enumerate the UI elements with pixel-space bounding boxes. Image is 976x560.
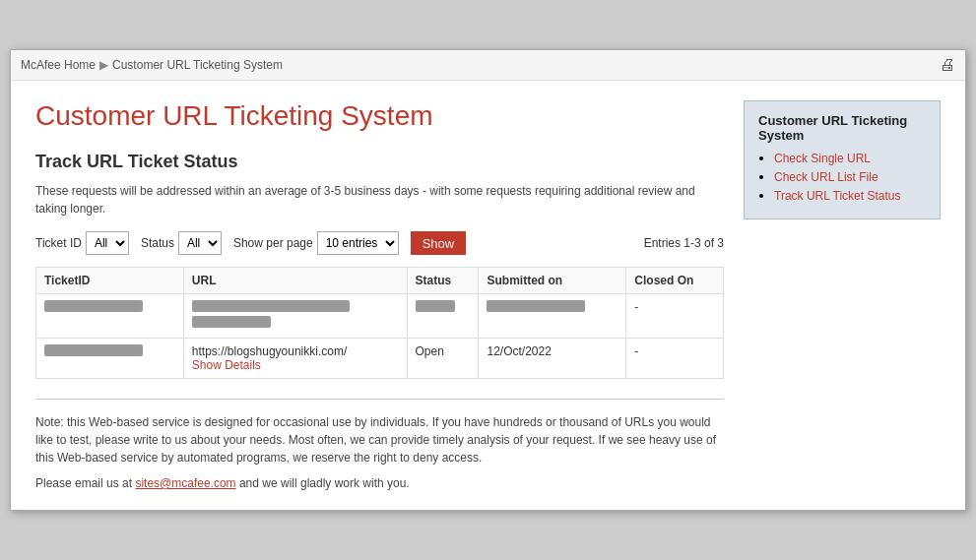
table-row: - [36,294,724,339]
note-text: Note: this Web-based service is designed… [35,413,724,467]
home-link[interactable]: McAfee Home [21,58,96,72]
per-page-select[interactable]: 10 entries 25 entries 50 entries [317,231,399,255]
col-closed-on: Closed On [626,268,724,294]
col-url: URL [183,268,407,294]
cell-status [407,294,479,339]
sidebar-link-track-status[interactable]: Track URL Ticket Status [774,189,900,203]
breadcrumb-separator: ▶ [99,58,108,72]
content-area: Customer URL Ticketing System Track URL … [11,81,965,510]
sidebar: Customer URL Ticketing System Check Sing… [744,100,941,490]
cell-submitted-on: 12/Oct/2022 [479,339,626,379]
ticket-id-label: Ticket ID [35,236,82,250]
ticket-id-select[interactable]: All [86,231,129,255]
sidebar-item-track-status: Track URL Ticket Status [774,188,926,203]
section-title: Track URL Ticket Status [35,152,724,172]
ticket-id-filter: Ticket ID All [35,231,129,255]
description-text: These requests will be addressed within … [35,182,724,218]
show-details-link[interactable]: Show Details [192,358,261,372]
breadcrumb: McAfee Home ▶ Customer URL Ticketing Sys… [21,58,283,72]
separator [35,399,724,400]
titlebar: McAfee Home ▶ Customer URL Ticketing Sys… [11,50,965,81]
show-button[interactable]: Show [411,231,467,255]
sidebar-nav: Check Single URL Check URL List File Tra… [758,151,926,203]
status-select[interactable]: All [178,231,222,255]
sidebar-link-check-single[interactable]: Check Single URL [774,152,871,165]
cell-ticket-id [36,339,184,379]
sidebar-title: Customer URL Ticketing System [758,113,926,143]
current-page: Customer URL Ticketing System [112,58,283,72]
table-row: https://blogshugyounikki.com/ Show Detai… [36,339,724,379]
filter-row: Ticket ID All Status All Show per page 1… [35,231,724,255]
email-link[interactable]: sites@mcafee.com [135,476,235,490]
main-area: Customer URL Ticketing System Track URL … [35,100,724,490]
cell-submitted-on [479,294,626,339]
sidebar-item-check-single: Check Single URL [774,151,926,165]
col-ticket-id: TicketID [36,268,184,294]
col-submitted-on: Submitted on [479,268,626,294]
print-icon[interactable]: 🖨 [940,56,955,74]
per-page-label: Show per page [233,236,313,250]
table-header-row: TicketID URL Status Submitted on Closed … [36,268,724,294]
cell-url [183,294,407,339]
cell-ticket-id [36,294,184,339]
cell-closed-on: - [626,294,724,339]
email-suffix: and we will gladly work with you. [236,476,410,490]
page-title: Customer URL Ticketing System [35,100,724,132]
cell-url: https://blogshugyounikki.com/ Show Detai… [183,339,407,379]
sidebar-box: Customer URL Ticketing System Check Sing… [744,100,941,219]
status-label: Status [141,236,174,250]
ticket-table: TicketID URL Status Submitted on Closed … [35,267,724,379]
cell-closed-on: - [626,339,724,379]
url-text: https://blogshugyounikki.com/ [192,344,399,358]
entries-info: Entries 1-3 of 3 [644,236,724,250]
email-line: Please email us at sites@mcafee.com and … [35,476,724,490]
main-window: McAfee Home ▶ Customer URL Ticketing Sys… [10,49,966,511]
cell-status: Open [407,339,479,379]
sidebar-link-check-list[interactable]: Check URL List File [774,170,878,184]
col-status: Status [407,268,479,294]
email-prefix: Please email us at [35,476,135,490]
sidebar-item-check-list: Check URL List File [774,169,926,184]
per-page-filter: Show per page 10 entries 25 entries 50 e… [233,231,399,255]
status-filter: Status All [141,231,222,255]
